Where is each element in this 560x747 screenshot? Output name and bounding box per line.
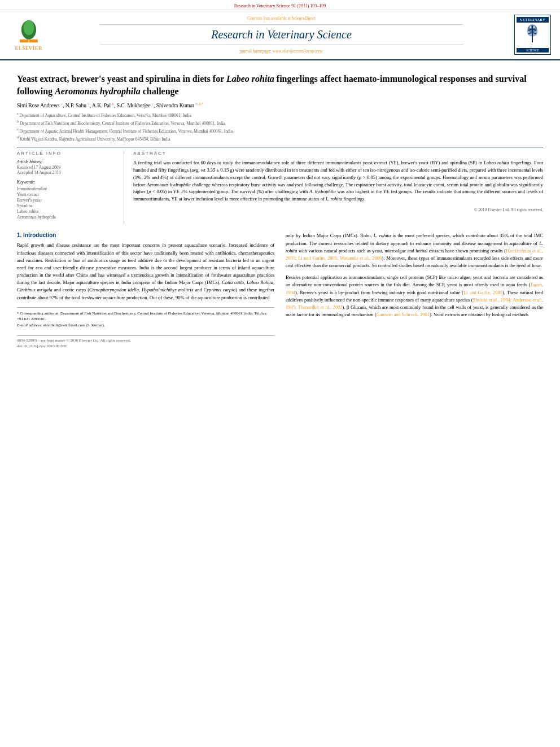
vet-logo-bottom: SCIENCE [517, 48, 549, 53]
header-center: Contents lists available at ScienceDirec… [54, 16, 509, 54]
article-history-group: Article history: Received 17 August 2009… [17, 159, 117, 175]
abstract-column: ABSTRACT A feeding trial was conducted f… [133, 151, 543, 224]
affiliation-c: c Department of Aquatic Animal Health Ma… [17, 127, 543, 134]
footnote-area: * Corresponding author at: Department of… [17, 307, 274, 329]
journal-citation: Research in Veterinary Science 91 (2011)… [234, 3, 326, 8]
intro-para-1: Rapid growth and disease resistance are … [17, 242, 274, 301]
journal-homepage: journal homepage: www.elsevier.com/locat… [240, 49, 323, 54]
footnote-star: * Corresponding author at: Department of… [17, 311, 274, 322]
body-content: 1. Introduction Rapid growth and disease… [17, 232, 543, 348]
authors: Simi Rose Andrews a, N.P. Sahu b, A.K. P… [17, 102, 543, 108]
footnote-email: E-mail address: shivdholi@rediffmail.com… [17, 323, 274, 329]
copyright-line: © 2010 Elsevier Ltd. All rights reserved… [133, 207, 543, 212]
article-info-abstract-section: ARTICLE INFO Article history: Received 1… [17, 147, 543, 224]
keywords-group: Keywords: Immunostimulant Yeast extract … [17, 180, 117, 220]
keyword-6: Aeromonas hydrophila [17, 215, 117, 220]
journal-header: ELSEVIER Contents lists available at Sci… [0, 10, 560, 60]
keyword-4: Spirulina [17, 203, 117, 208]
vet-logo-top: VETERINARY [517, 17, 549, 23]
doi-text: doi:10.1016/j.rvsc.2010.08.009 [17, 344, 274, 348]
affiliation-d: d Krishi Vigyan Kendra, Rajendra Agricul… [17, 135, 543, 142]
intro-para-right-2: Besides potential application as immunos… [286, 274, 543, 318]
keyword-2: Yeast extract [17, 192, 117, 197]
body-left-column: 1. Introduction Rapid growth and disease… [17, 232, 274, 348]
sciencedirect-text: Contents lists available at ScienceDirec… [247, 16, 316, 21]
affiliations: a Department of Aquaculture, Central Ins… [17, 111, 543, 142]
journal-title-header: Research in Veterinary Science [211, 28, 352, 41]
affiliation-b: b Department of Fish Nutrition and Bioch… [17, 119, 543, 126]
body-right-column: only by Indian Major Carps (IMCs). Rohu,… [286, 232, 543, 348]
abstract-text: A feeding trial was conducted for 60 day… [133, 159, 543, 203]
svg-point-8 [528, 24, 537, 32]
elsevier-text: ELSEVIER [15, 46, 42, 51]
keyword-3: Brewer's yeast [17, 198, 117, 203]
bottom-bar: 0034-5288/$ - see front matter © 2010 El… [17, 335, 274, 343]
svg-point-10 [533, 27, 535, 28]
article-info-label: ARTICLE INFO [17, 151, 117, 156]
received-date: Received 17 August 2009 [17, 165, 117, 170]
abstract-label: ABSTRACT [133, 151, 543, 156]
svg-point-3 [24, 20, 34, 34]
history-label: Article history: [17, 159, 117, 164]
svg-point-9 [530, 27, 532, 28]
accepted-date: Accepted 14 August 2010 [17, 170, 117, 175]
keywords-label: Keywords: [17, 180, 117, 185]
intro-para-right-1: only by Indian Major Carps (IMCs). Rohu,… [286, 232, 543, 269]
intro-heading: 1. Introduction [17, 232, 274, 238]
vet-logo-image [517, 23, 548, 48]
elsevier-logo: ELSEVIER [9, 19, 49, 51]
keyword-5: Labeo rohita [17, 209, 117, 214]
keyword-1: Immunostimulant [17, 186, 117, 191]
article-info-column: ARTICLE INFO Article history: Received 1… [17, 151, 124, 224]
affiliation-a: a Department of Aquaculture, Central Ins… [17, 111, 543, 119]
main-content: Yeast extract, brewer's yeast and spirul… [0, 60, 560, 360]
article-title: Yeast extract, brewer's yeast and spirul… [17, 73, 543, 97]
top-bar: Research in Veterinary Science 91 (2011)… [0, 0, 560, 10]
issn-text: 0034-5288/$ - see front matter © 2010 El… [17, 338, 130, 343]
vet-science-logo: VETERINARY SCIENCE [514, 15, 551, 55]
